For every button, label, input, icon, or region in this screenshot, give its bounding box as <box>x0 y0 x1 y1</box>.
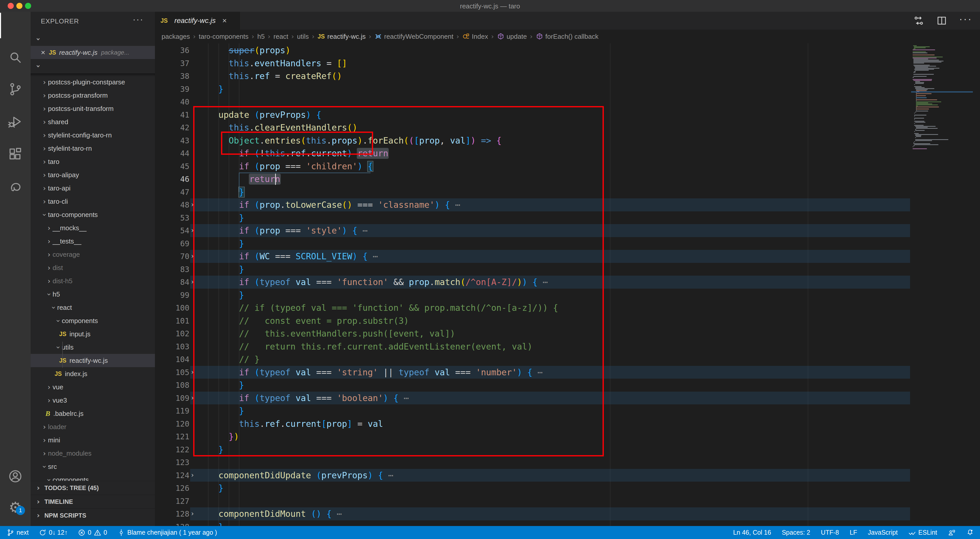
line-number: 84 <box>160 277 189 287</box>
tree-item[interactable]: ›shared <box>30 115 155 128</box>
status-utf-8[interactable]: UTF-8 <box>821 529 839 536</box>
tree-item[interactable]: ›dist <box>30 261 155 274</box>
open-changes-icon[interactable] <box>913 15 924 26</box>
status-spaces-2[interactable]: Spaces: 2 <box>782 529 810 536</box>
code-line-124[interactable]: 124›componentDidUpdate (prevProps) { ⋯ <box>155 469 980 482</box>
code-line-138[interactable]: 138} <box>155 520 980 526</box>
tree-item[interactable]: ›__tests__ <box>30 235 155 248</box>
activity-source-control-icon[interactable] <box>0 76 30 102</box>
line-number: 119 <box>160 406 189 415</box>
activity-search-icon[interactable] <box>0 44 30 70</box>
section-npmscripts[interactable]: ›NPM SCRIPTS <box>30 509 155 522</box>
code-line-36[interactable]: 36super(props) <box>155 44 980 57</box>
tree-item[interactable]: JSindex.js <box>30 367 155 380</box>
symbol-method-icon <box>536 33 543 40</box>
code-line-126[interactable]: 126} <box>155 482 980 495</box>
activity-taro-icon[interactable] <box>0 174 30 200</box>
line-number: 46 <box>160 174 189 184</box>
tree-item[interactable]: ›node_modules <box>30 447 155 460</box>
status-feedback[interactable] <box>948 529 956 536</box>
tree-item[interactable]: ›postcss-unit-transform <box>30 102 155 115</box>
tree-item[interactable]: ›h5 <box>30 288 155 301</box>
tree-item[interactable]: ›vue3 <box>30 394 155 407</box>
activity-explorer-icon[interactable] <box>0 13 30 38</box>
activity-settings-icon[interactable]: ⚙1 <box>0 495 30 520</box>
tree-item[interactable]: ›postcss-pxtransform <box>30 89 155 102</box>
tree-item[interactable]: B.babelrc.js <box>30 407 155 420</box>
tree-item-label: .babelrc.js <box>53 410 84 418</box>
breadcrumb-item[interactable]: ›forEach() callback <box>527 33 598 41</box>
project-header[interactable]: › <box>30 59 155 73</box>
code-line-38[interactable]: 38this.ref = createRef() <box>155 70 980 82</box>
code-text: } <box>218 483 224 493</box>
tree-item[interactable]: JSinput.js <box>30 327 155 341</box>
chevron-right-icon: › <box>41 449 48 458</box>
status-lf[interactable]: LF <box>850 529 857 536</box>
split-editor-icon[interactable] <box>936 15 947 26</box>
tree-item[interactable]: ›stylelint-taro-rn <box>30 142 155 155</box>
breadcrumb-item[interactable]: ›utils <box>288 33 309 41</box>
tree-item[interactable]: ›__mocks__ <box>30 221 155 235</box>
code-line-37[interactable]: 37this.eventHandlers = [] <box>155 57 980 70</box>
breadcrumb-item[interactable]: ›reactifyWebComponent <box>366 33 453 41</box>
status-0[interactable]: 00 <box>78 529 107 536</box>
status-bell[interactable] <box>966 529 974 536</box>
tree-item[interactable]: ›loader <box>30 420 155 433</box>
breadcrumb-item[interactable]: ›Index <box>453 33 488 41</box>
breadcrumb-item[interactable]: ›update <box>488 33 527 41</box>
section-timeline[interactable]: ›TIMELINE <box>30 495 155 509</box>
open-editor-item[interactable]: × JS reactify-wc.js package... <box>30 46 155 59</box>
minimap[interactable] <box>911 43 980 526</box>
code-editor[interactable]: 36super(props)37this.eventHandlers = []3… <box>155 43 980 526</box>
breadcrumb-item[interactable]: ›h5 <box>248 33 265 41</box>
tree-item[interactable]: ›taro-alipay <box>30 168 155 182</box>
tree-item[interactable]: ›utils <box>30 341 155 354</box>
breadcrumb-item[interactable]: ›JSreactify-wc.js <box>309 33 366 41</box>
section-todos[interactable]: ›TODOS: TREE (45) <box>30 481 155 495</box>
status-eslint[interactable]: ESLint <box>908 529 937 536</box>
tree-item[interactable]: ›taro <box>30 155 155 168</box>
tab-reactify-wc[interactable]: JS reactify-wc.js × <box>155 12 240 30</box>
breadcrumb-separator: › <box>268 33 270 40</box>
activity-run-debug-icon[interactable] <box>0 109 30 135</box>
tree-item[interactable]: ›mini <box>30 433 155 447</box>
close-icon[interactable]: × <box>41 48 45 57</box>
tree-item-label: vue3 <box>52 396 67 404</box>
tree-item[interactable]: ›react <box>30 301 155 314</box>
chevron-right-icon: › <box>41 78 48 86</box>
open-editors-header[interactable]: › <box>30 32 155 46</box>
activity-account-icon[interactable] <box>0 463 30 489</box>
status-next[interactable]: next <box>6 529 29 536</box>
tree-item[interactable]: ›src <box>30 460 155 473</box>
tree-item[interactable]: ›dist-h5 <box>30 274 155 288</box>
breadcrumb-separator: › <box>291 33 294 40</box>
status-ln-46-col-16[interactable]: Ln 46, Col 16 <box>733 529 771 536</box>
tree-item[interactable]: ›taro-api <box>30 182 155 195</box>
status-blame-chenjiajian-1-year-ago[interactable]: Blame chenjiajian ( 1 year ago ) <box>118 529 217 536</box>
tree-item[interactable]: ›taro-components <box>30 208 155 221</box>
code-text: super(props) <box>229 45 290 55</box>
status-0-12[interactable]: 0↓ 12↑ <box>39 529 68 536</box>
code-line-39[interactable]: 39} <box>155 82 980 96</box>
tree-item[interactable]: ›stylelint-config-taro-rn <box>30 128 155 142</box>
tree-item[interactable]: ›components <box>30 314 155 327</box>
status-javascript[interactable]: JavaScript <box>868 529 898 536</box>
tree-item[interactable]: ›taro-cli <box>30 195 155 208</box>
explorer-more-actions-button[interactable]: ··· <box>133 14 144 24</box>
code-line-127[interactable]: 127 <box>155 495 980 507</box>
fold-chevron-icon[interactable]: › <box>191 510 194 517</box>
breadcrumb-item[interactable]: ›react <box>265 33 288 41</box>
activity-extensions-icon[interactable] <box>0 141 30 167</box>
tree-item[interactable]: ›vue <box>30 380 155 394</box>
breadcrumb-item[interactable]: packages <box>162 33 190 41</box>
more-actions-icon[interactable]: ··· <box>959 13 972 25</box>
fold-chevron-icon[interactable]: › <box>191 471 194 479</box>
tree-item[interactable]: JSreactify-wc.js <box>30 354 155 367</box>
tree-item[interactable]: ›postcss-plugin-constparse <box>30 76 155 89</box>
breadcrumb-item[interactable]: ›taro-components <box>190 33 248 41</box>
code-line-128[interactable]: 128›componentDidMount () { ⋯ <box>155 507 980 520</box>
code-line-123[interactable]: 123 <box>155 456 980 469</box>
tree-item[interactable]: ›coverage <box>30 248 155 261</box>
tab-close-icon[interactable]: × <box>222 16 227 25</box>
chevron-right-icon: › <box>41 197 48 206</box>
